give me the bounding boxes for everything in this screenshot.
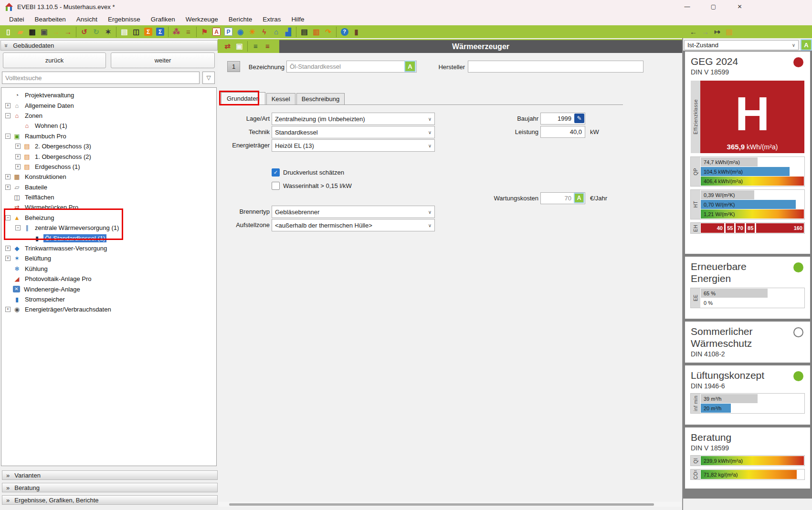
duplicate-icon[interactable]: ▣ (233, 41, 245, 52)
menu-item-werkzeuge[interactable]: Werkzeuge (180, 14, 223, 24)
redo-icon[interactable]: ↻ (90, 26, 102, 37)
tree-item[interactable]: −⌂Zonen (1, 111, 216, 121)
database-delete-icon[interactable]: ≡ (262, 41, 274, 52)
minimize-button[interactable]: — (674, 0, 700, 13)
exit-door-icon[interactable]: ▮ (350, 26, 362, 37)
tree-expander-icon[interactable]: + (15, 154, 21, 159)
brennertyp-select[interactable]: Gebläsebrenner ∨ (272, 206, 435, 218)
tree-expander-icon[interactable]: + (15, 164, 21, 169)
statistics-icon[interactable]: ▟ (282, 26, 294, 37)
baujahr-edit-button[interactable]: ✎ (574, 114, 584, 123)
tree-expander-icon[interactable]: + (5, 185, 11, 190)
druckverlust-checkbox[interactable]: ✓ (272, 168, 280, 177)
close-button[interactable]: ✕ (727, 0, 753, 13)
help-icon[interactable]: ? (338, 26, 350, 37)
report-print-icon[interactable]: ▤ (298, 26, 310, 37)
house-tariff-icon[interactable]: ⌂ (270, 26, 282, 37)
levels-icon[interactable]: ≡ (182, 26, 194, 37)
tree-expander-icon[interactable]: − (5, 215, 11, 220)
bezeichnung-input[interactable]: Öl-Standardkessel (286, 61, 417, 73)
database-save-icon[interactable]: ≡ (250, 41, 262, 52)
hersteller-input[interactable] (468, 61, 643, 73)
tree-item[interactable]: −▲Beheizung (1, 213, 216, 223)
magic-wand-icon[interactable]: ✶ (102, 26, 114, 37)
tree-expander-icon[interactable]: + (5, 246, 11, 251)
sum-orange-icon[interactable]: Σ (142, 26, 154, 37)
menu-item-ansicht[interactable]: Ansicht (71, 14, 103, 24)
tree-expander-icon[interactable]: + (5, 103, 11, 108)
tree-item[interactable]: −∥zentrale Wärmeversorgung (1) (1, 223, 216, 233)
tree-item[interactable]: +⌂Allgemeine Daten (1, 100, 216, 110)
menu-item-extras[interactable]: Extras (257, 14, 286, 24)
tree-item[interactable]: +▤2. Obergeschoss (3) (1, 141, 216, 151)
tree-item[interactable]: +◆Trinkwarmwasser-Versorgung (1, 243, 216, 253)
sum-blue-icon[interactable]: Σ (154, 26, 166, 37)
undo-icon[interactable]: ↺ (78, 26, 90, 37)
druckverlust-checkbox-row[interactable]: ✓ Druckverlust schätzen (272, 168, 344, 177)
auto-badge-wartungskosten[interactable]: A (574, 193, 584, 203)
menu-item-berichte[interactable]: Berichte (223, 14, 258, 24)
next-button[interactable]: weiter (111, 52, 215, 68)
menu-item-hilfe[interactable]: Hilfe (286, 14, 310, 24)
tree-item[interactable]: −▣Raumbuch Pro (1, 131, 216, 141)
tab-kessel[interactable]: Kessel (266, 93, 295, 104)
interest-curve-icon[interactable]: ↷ (322, 26, 334, 37)
tree-item[interactable]: +◉Energieträger/Verbrauchsdaten (1, 304, 216, 314)
wasserinhalt-checkbox-row[interactable]: Wasserinhalt > 0,15 l/kW (272, 182, 352, 190)
doc-p-icon[interactable]: P (222, 26, 234, 37)
menu-item-datei[interactable]: Datei (4, 14, 30, 24)
sun-icon[interactable]: ☀ (246, 26, 258, 37)
flowchart-icon[interactable]: ⁂ (170, 26, 182, 37)
document-columns-icon[interactable]: ◫ (130, 26, 142, 37)
sidebar-panel-beratung[interactable]: »Beratung (2, 483, 218, 492)
tree-expander-icon[interactable]: + (5, 256, 11, 261)
tree-item[interactable]: ✕Windenergie-Anlage (1, 284, 216, 294)
back-button[interactable]: zurück (3, 52, 106, 68)
doc-a-icon[interactable]: A (211, 26, 222, 37)
nav-back-icon[interactable]: ← (687, 26, 699, 37)
search-filter-button[interactable]: ▽ (202, 72, 215, 84)
energietraeger-select[interactable]: Heizöl EL (13) ∨ (272, 139, 435, 152)
goto-record-icon[interactable]: ↦ (711, 26, 723, 37)
auto-badge-bezeichnung[interactable]: A (404, 61, 416, 72)
tree-item[interactable]: +✶Belüftung (1, 253, 216, 263)
tree-item[interactable]: ⌂Wohnen (1) (1, 121, 216, 131)
sidebar-header-gebaeudedaten[interactable]: » Gebäudedaten (0, 40, 218, 51)
tree-item[interactable]: ◔Projektverwaltung (1, 90, 216, 100)
lage-art-select[interactable]: Zentralheizung (im Unbeheizten) ∨ (272, 113, 435, 125)
tree-item[interactable]: +▦Konstruktionen (1, 172, 216, 182)
menu-item-grafiken[interactable]: Grafiken (146, 14, 180, 24)
edit-values-icon[interactable]: ▨ (723, 26, 735, 37)
state-selector[interactable]: Ist-Zustand ∨ (684, 40, 799, 50)
save-icon[interactable]: ▦ (26, 26, 38, 37)
wasserinhalt-checkbox[interactable] (272, 182, 280, 190)
maximize-button[interactable]: ▢ (700, 0, 727, 13)
globe-icon[interactable]: ◉ (234, 26, 246, 37)
tree-item[interactable]: ❄Kühlung (1, 264, 216, 274)
tree-expander-icon[interactable]: + (5, 174, 11, 179)
tree-item[interactable]: ⇄Wärmebrücken Pro (1, 202, 216, 212)
tree-item[interactable]: ◫Teilflächen (1, 192, 216, 202)
sidebar-panel-ergebnisse[interactable]: »Ergebnisse, Grafiken, Berichte (2, 495, 218, 505)
leistung-input[interactable]: 40,0 (540, 126, 585, 138)
new-file-icon[interactable]: ▯ (2, 26, 14, 37)
tree-expander-icon[interactable]: + (5, 307, 11, 312)
sidebar-panel-varianten[interactable]: »Varianten (2, 470, 218, 480)
tree-expander-icon[interactable]: − (15, 225, 21, 230)
open-folder-icon[interactable]: ▰ (14, 26, 26, 37)
tree-item[interactable]: ▮Öl-Standardkessel (1) (1, 233, 216, 243)
horizontal-scrollbar-thumb[interactable] (229, 503, 654, 506)
aufstellzone-select[interactable]: <außerhalb der thermischen Hülle> ∨ (272, 219, 435, 231)
menu-item-ergebnisse[interactable]: Ergebnisse (103, 14, 146, 24)
nav-forward-icon[interactable]: → (699, 26, 711, 37)
tab-grunddaten[interactable]: Grunddaten (221, 92, 265, 104)
split-view-icon[interactable]: ⇄ (221, 41, 233, 52)
tree-expander-icon[interactable]: − (5, 113, 11, 118)
tree-item[interactable]: ◢Photovoltaik-Anlage Pro (1, 274, 216, 284)
copy-icon[interactable]: ▣ (38, 26, 50, 37)
menu-item-bearbeiten[interactable]: Bearbeiten (30, 14, 71, 24)
document-icon[interactable]: ▤ (118, 26, 130, 37)
lightning-icon[interactable]: ϟ (258, 26, 270, 37)
tree-expander-icon[interactable]: − (5, 134, 11, 139)
tab-beschreibung[interactable]: Beschreibung (296, 93, 345, 104)
